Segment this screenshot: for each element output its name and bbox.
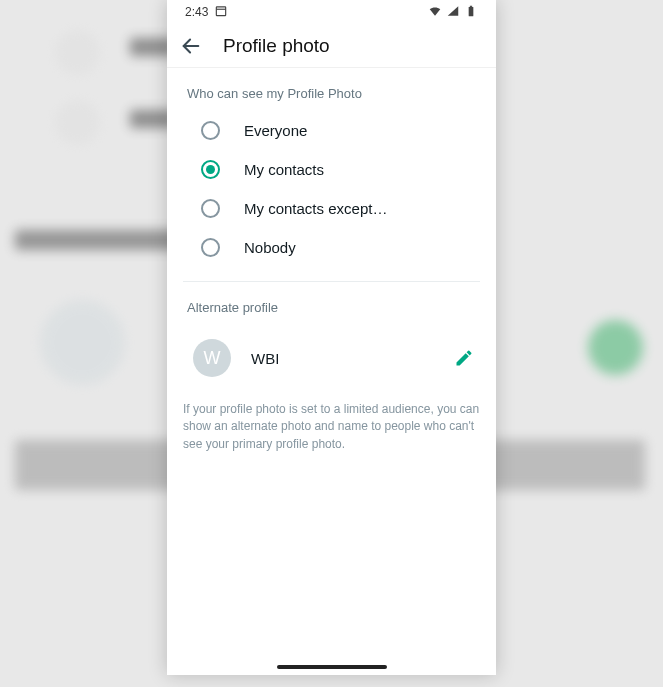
radio-icon — [201, 238, 220, 257]
radio-icon — [201, 199, 220, 218]
radio-label: My contacts except… — [244, 200, 387, 217]
svg-rect-3 — [470, 5, 472, 6]
status-time: 2:43 — [185, 5, 208, 19]
status-bar: 2:43 — [167, 0, 496, 24]
radio-label: Everyone — [244, 122, 307, 139]
radio-label: My contacts — [244, 161, 324, 178]
radio-icon — [201, 121, 220, 140]
svg-rect-0 — [217, 6, 226, 15]
radio-dot-icon — [206, 165, 215, 174]
calendar-icon — [214, 4, 228, 21]
back-button[interactable] — [179, 34, 203, 58]
svg-rect-2 — [469, 6, 474, 15]
alternate-profile-helper: If your profile photo is set to a limite… — [167, 391, 496, 453]
avatar-initial: W — [204, 348, 221, 369]
phone-frame: 2:43 — [167, 0, 496, 675]
page-title: Profile photo — [223, 35, 330, 57]
radio-icon — [201, 160, 220, 179]
radio-option-my-contacts[interactable]: My contacts — [187, 150, 476, 189]
wifi-icon — [428, 4, 442, 21]
arrow-left-icon — [180, 35, 202, 57]
pencil-icon — [454, 348, 474, 368]
battery-icon — [464, 4, 478, 21]
edit-button[interactable] — [452, 346, 476, 370]
visibility-radio-group: Everyone My contacts My contacts except…… — [167, 111, 496, 281]
radio-option-my-contacts-except[interactable]: My contacts except… — [187, 189, 476, 228]
radio-option-everyone[interactable]: Everyone — [187, 111, 476, 150]
app-bar: Profile photo — [167, 24, 496, 68]
alternate-header: Alternate profile — [167, 282, 496, 325]
avatar: W — [193, 339, 231, 377]
visibility-header: Who can see my Profile Photo — [167, 68, 496, 111]
content-scroll[interactable]: Who can see my Profile Photo Everyone My… — [167, 68, 496, 675]
alternate-profile-name: WBI — [251, 350, 432, 367]
signal-icon — [446, 4, 460, 21]
navigation-handle[interactable] — [277, 665, 387, 669]
radio-option-nobody[interactable]: Nobody — [187, 228, 476, 267]
radio-label: Nobody — [244, 239, 296, 256]
alternate-profile-row[interactable]: W WBI — [167, 325, 496, 391]
